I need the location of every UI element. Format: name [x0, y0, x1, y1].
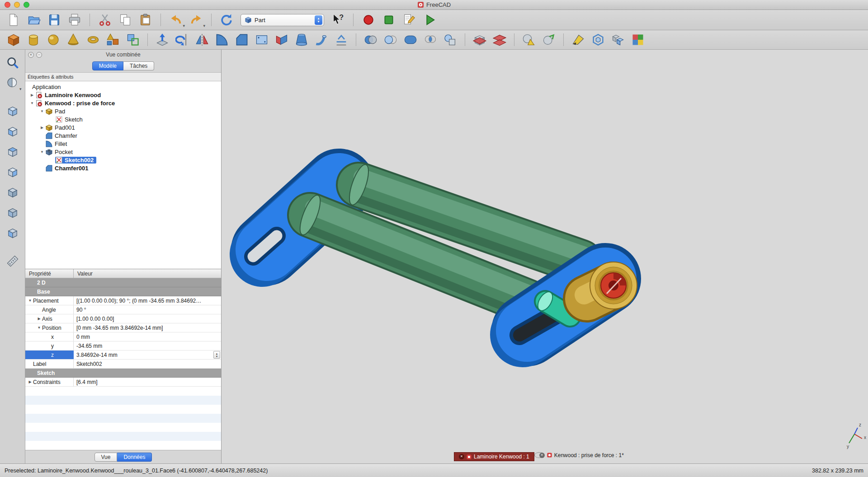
- fillet-button[interactable]: [213, 31, 231, 48]
- close-window-button[interactable]: [5, 2, 10, 8]
- ruled-surface-button[interactable]: [273, 31, 291, 48]
- spinner-icon[interactable]: ▲▼: [213, 351, 220, 359]
- prop-row-position[interactable]: ▼Position[0 mm -34.65 mm 3.84692e-14 mm]: [25, 323, 221, 332]
- view-rear-button[interactable]: [4, 184, 22, 201]
- loft-button[interactable]: [292, 31, 311, 48]
- macro-edit-button[interactable]: [400, 11, 418, 28]
- color-per-face-button[interactable]: [629, 31, 647, 48]
- offset-button[interactable]: [332, 31, 350, 48]
- tab-taches[interactable]: Tâches: [123, 61, 154, 70]
- box-button[interactable]: [5, 31, 23, 48]
- prop-value-cell[interactable]: 0 mm: [74, 332, 221, 341]
- redo-dropdown-icon[interactable]: ▾: [203, 23, 205, 28]
- tree-item-laminoire-kenwood[interactable]: ▶Laminoire Kenwood: [25, 91, 221, 99]
- union-button[interactable]: [401, 31, 420, 48]
- prop-name-cell[interactable]: Angle: [25, 305, 74, 314]
- redo-button[interactable]: ▾: [187, 11, 205, 28]
- prop-row-y[interactable]: y-34.65 mm: [25, 341, 221, 351]
- fit-all-button[interactable]: [4, 55, 22, 71]
- tab-modele[interactable]: Modèle: [92, 61, 123, 70]
- view-isometric-button[interactable]: [4, 103, 22, 119]
- prop-name-cell[interactable]: ▼Position: [25, 323, 74, 332]
- undo-dropdown-icon[interactable]: ▾: [183, 23, 185, 28]
- refine-shape-button[interactable]: [540, 31, 558, 48]
- create-primitives-button[interactable]: [104, 31, 122, 48]
- prop-name-cell[interactable]: ▼Placement: [25, 296, 74, 305]
- macro-record-button[interactable]: [359, 11, 377, 28]
- prop-value-cell[interactable]: [0 mm -34.65 mm 3.84692e-14 mm]: [74, 323, 221, 332]
- view-right-button[interactable]: [4, 164, 22, 180]
- chamfer-button[interactable]: [233, 31, 251, 48]
- float-panel-icon[interactable]: −: [36, 52, 42, 58]
- prop-value-cell[interactable]: Sketch002: [74, 360, 221, 368]
- macro-stop-button[interactable]: [380, 11, 398, 28]
- cone-button[interactable]: [64, 31, 82, 48]
- whats-this-button[interactable]: ?: [329, 11, 347, 28]
- measure-distance-button[interactable]: [4, 253, 22, 269]
- make-face-button[interactable]: [253, 31, 271, 48]
- prop-value-cell[interactable]: 90 °: [74, 305, 221, 314]
- tab-donnees[interactable]: Données: [117, 453, 152, 462]
- section-button[interactable]: [471, 31, 489, 48]
- draw-style-button[interactable]: ▾: [4, 75, 22, 92]
- draw-style-dropdown-icon[interactable]: ▾: [19, 87, 22, 91]
- extrude-button[interactable]: [153, 31, 171, 48]
- view-bottom-button[interactable]: [4, 205, 22, 221]
- cylinder-button[interactable]: [24, 31, 42, 48]
- prop-row-axis[interactable]: ▶Axis[1.00 0.00 0.00]: [25, 314, 221, 323]
- prop-name-cell[interactable]: x: [25, 332, 74, 341]
- 3d-model-canvas[interactable]: x y z: [222, 50, 868, 463]
- prop-value-cell[interactable]: [(1.00 0.00 0.00); 90 °; (0 mm -34.65 mm…: [74, 296, 221, 305]
- tree-item-pad001[interactable]: ▶Pad001: [25, 123, 221, 131]
- shape-builder-button[interactable]: [124, 31, 142, 48]
- defeaturing-button[interactable]: [569, 31, 587, 48]
- combo-stepper-icon[interactable]: ▲▼: [315, 15, 322, 25]
- print-document-button[interactable]: [66, 11, 84, 28]
- prop-value-cell[interactable]: -34.65 mm: [74, 341, 221, 350]
- torus-button[interactable]: [84, 31, 102, 48]
- prop-row-z[interactable]: z3.84692e-14 mm▲▼: [25, 351, 221, 360]
- intersection-button[interactable]: [421, 31, 439, 48]
- simple-copy-button[interactable]: [609, 31, 627, 48]
- prop-row-label[interactable]: LabelSketch002: [25, 360, 221, 369]
- connect-button[interactable]: [441, 31, 459, 48]
- check-geometry-button[interactable]: [520, 31, 538, 48]
- cross-sections-button[interactable]: [491, 31, 509, 48]
- prop-value-cell[interactable]: 3.84692e-14 mm▲▼: [74, 351, 221, 359]
- undo-button[interactable]: ▾: [167, 11, 185, 28]
- minimize-window-button[interactable]: [14, 2, 20, 8]
- tree-item-application[interactable]: Application: [25, 83, 221, 91]
- prop-name-cell[interactable]: z: [25, 351, 74, 359]
- view-front-button[interactable]: [4, 123, 22, 140]
- prop-name-cell[interactable]: Label: [25, 360, 74, 368]
- revolve-button[interactable]: [173, 31, 191, 48]
- tree-item-pad[interactable]: ▼Pad: [25, 107, 221, 115]
- tree-item-fillet[interactable]: Fillet: [25, 140, 221, 148]
- prop-row-angle[interactable]: Angle90 °: [25, 305, 221, 314]
- workbench-selector[interactable]: Part▲▼: [241, 14, 324, 26]
- tree-item-chamfer[interactable]: Chamfer: [25, 131, 221, 140]
- prop-name-cell[interactable]: ▶Axis: [25, 314, 74, 323]
- tree-item-sketch002[interactable]: Sketch002: [25, 156, 221, 164]
- prop-row-constraints[interactable]: ▶Constraints[6.4 mm]: [25, 378, 221, 387]
- open-document-button[interactable]: [25, 11, 43, 28]
- document-tab-laminoire-kenwood-1[interactable]: ×Laminoire Kenwood : 1: [454, 452, 534, 461]
- mirror-button[interactable]: [193, 31, 211, 48]
- tab-vue[interactable]: Vue: [94, 453, 118, 462]
- document-tab-kenwood-prise-de-force-1[interactable]: ×Kenwood : prise de force : 1*: [534, 452, 544, 458]
- refresh-button[interactable]: [217, 11, 236, 28]
- cut-button[interactable]: [96, 11, 114, 28]
- close-tab-icon[interactable]: ×: [459, 454, 464, 459]
- prop-value-cell[interactable]: [1.00 0.00 0.00]: [74, 314, 221, 323]
- prop-value-cell[interactable]: [6.4 mm]: [74, 378, 221, 386]
- prop-name-cell[interactable]: ▶Constraints: [25, 378, 74, 386]
- copy-button[interactable]: [116, 11, 134, 28]
- boolean-button[interactable]: [362, 31, 380, 48]
- close-tab-icon[interactable]: ×: [539, 453, 545, 458]
- save-document-button[interactable]: [45, 11, 63, 28]
- tree-item-chamfer001[interactable]: Chamfer001: [25, 164, 221, 172]
- sweep-button[interactable]: [312, 31, 330, 48]
- prop-row-x[interactable]: x0 mm: [25, 332, 221, 341]
- zoom-window-button[interactable]: [24, 2, 29, 8]
- prop-row-placement[interactable]: ▼Placement[(1.00 0.00 0.00); 90 °; (0 mm…: [25, 296, 221, 305]
